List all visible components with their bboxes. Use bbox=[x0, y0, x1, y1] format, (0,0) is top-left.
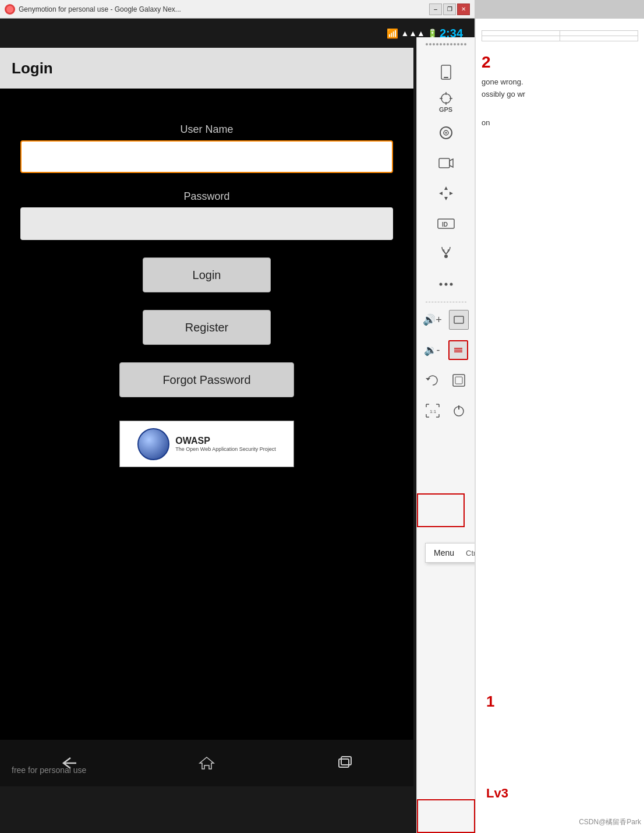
android-nav-bar: free for personal use bbox=[0, 740, 413, 786]
svg-marker-15 bbox=[444, 197, 448, 200]
volume-up-icon[interactable]: 🔊+ bbox=[423, 313, 442, 326]
sidebar-camera-icon[interactable] bbox=[423, 118, 469, 148]
android-status-bar: 📶 ▲▲▲ 🔋 2:34 bbox=[0, 19, 475, 48]
nav-icon[interactable] bbox=[446, 368, 472, 393]
register-button[interactable]: Register bbox=[143, 310, 271, 345]
window-title: Genymotion for personal use - Google Gal… bbox=[19, 5, 181, 13]
volume-down-icon[interactable]: 🔉- bbox=[424, 344, 440, 357]
svg-marker-14 bbox=[444, 186, 448, 190]
svg-point-20 bbox=[444, 255, 448, 258]
owasp-subtext: The Open Web Application Security Projec… bbox=[175, 446, 275, 452]
svg-rect-1 bbox=[341, 757, 351, 765]
password-input[interactable] bbox=[20, 207, 393, 240]
username-label: User Name bbox=[180, 123, 233, 136]
svg-marker-13 bbox=[450, 159, 453, 167]
watermark: CSDN@橘留香Park bbox=[579, 817, 641, 827]
forgot-password-button[interactable]: Forgot Password bbox=[119, 362, 294, 397]
svg-text:1:1: 1:1 bbox=[430, 409, 437, 414]
right-panel-text-1: gone wrong. bbox=[482, 76, 638, 89]
svg-marker-16 bbox=[439, 192, 443, 195]
menu-tooltip-label: Menu bbox=[434, 548, 454, 557]
title-bar: Genymotion for personal use - Google Gal… bbox=[0, 0, 475, 19]
menu-tooltip: Menu Ctrl+M bbox=[425, 543, 475, 563]
login-form: User Name Password Login Register Forgot… bbox=[0, 89, 413, 485]
svg-marker-17 bbox=[450, 192, 453, 195]
annotation-number-3: Lv3 bbox=[486, 786, 508, 801]
free-text: free for personal use bbox=[12, 765, 86, 775]
gps-label-text: GPS bbox=[439, 106, 452, 113]
svg-point-4 bbox=[441, 94, 451, 103]
right-panel-label-1: on bbox=[482, 118, 638, 127]
close-button[interactable]: ✕ bbox=[457, 3, 470, 15]
sidebar-phone-icon[interactable] bbox=[423, 57, 469, 87]
svg-point-11 bbox=[445, 132, 447, 134]
right-panel-number-1: 2 bbox=[482, 53, 638, 72]
password-label: Password bbox=[183, 190, 229, 203]
sidebar-video-icon[interactable] bbox=[423, 148, 469, 178]
scale-power-row: 1:1 bbox=[420, 396, 472, 426]
window-controls: – ❐ ✕ bbox=[429, 3, 470, 15]
screen-btn-1[interactable] bbox=[449, 310, 469, 330]
annotation-number-1: 1 bbox=[486, 693, 494, 711]
emulator-frame: 📶 ▲▲▲ 🔋 2:34 Login User Name Password Lo… bbox=[0, 19, 475, 833]
title-bar-left: Genymotion for personal use - Google Gal… bbox=[5, 4, 181, 15]
svg-text:ID: ID bbox=[442, 221, 448, 228]
right-panel-table bbox=[482, 30, 638, 41]
username-input[interactable] bbox=[20, 140, 393, 173]
power-icon[interactable] bbox=[446, 398, 472, 423]
menu-tooltip-shortcut: Ctrl+M bbox=[466, 549, 475, 557]
owasp-logo: OWASP The Open Web Application Security … bbox=[119, 421, 294, 467]
login-button[interactable]: Login bbox=[143, 257, 271, 292]
svg-rect-24 bbox=[454, 316, 463, 323]
action-bar: Login bbox=[0, 48, 413, 89]
wifi-icon: 📶 bbox=[387, 28, 398, 39]
sidebar-nfc-icon[interactable] bbox=[423, 239, 469, 269]
table-cell-3 bbox=[482, 36, 560, 41]
sidebar-dots-top bbox=[423, 43, 469, 54]
menu-btn[interactable] bbox=[448, 340, 468, 360]
svg-rect-0 bbox=[339, 759, 349, 767]
sidebar-toolbar: GPS ID bbox=[416, 37, 475, 833]
svg-point-23 bbox=[450, 283, 452, 286]
owasp-name: OWASP bbox=[175, 436, 275, 446]
sidebar-gps-icon[interactable]: GPS bbox=[423, 87, 469, 118]
app-icon bbox=[5, 4, 15, 15]
svg-rect-12 bbox=[439, 158, 450, 168]
right-panel: 2 gone wrong. ossibly go wr on bbox=[475, 19, 644, 833]
signal-icon: ▲▲▲ bbox=[401, 29, 425, 38]
battery-icon: 🔋 bbox=[427, 29, 437, 38]
sidebar-divider-1 bbox=[426, 302, 466, 302]
sidebar-dots-icon[interactable] bbox=[423, 269, 469, 299]
volume-down-row: 🔉- bbox=[420, 335, 472, 365]
svg-point-22 bbox=[444, 283, 447, 286]
svg-point-21 bbox=[439, 283, 442, 286]
rotate-nav-row bbox=[420, 365, 472, 396]
table-cell-2 bbox=[560, 31, 638, 36]
recents-nav-icon[interactable] bbox=[327, 746, 362, 781]
svg-rect-3 bbox=[444, 77, 448, 78]
back-nav-icon[interactable] bbox=[51, 746, 86, 781]
svg-rect-29 bbox=[453, 375, 465, 386]
table-cell-4 bbox=[560, 36, 638, 41]
sidebar-dpad-icon[interactable] bbox=[423, 178, 469, 209]
app-area: Login User Name Password Login Register … bbox=[0, 48, 413, 786]
right-panel-text-2: ossibly go wr bbox=[482, 89, 638, 101]
restore-button[interactable]: ❐ bbox=[443, 3, 456, 15]
rotate-icon[interactable] bbox=[420, 368, 445, 393]
owasp-circle-icon bbox=[137, 428, 169, 460]
app-title: Login bbox=[12, 59, 53, 77]
sidebar-id-icon[interactable]: ID bbox=[423, 209, 469, 239]
svg-marker-28 bbox=[426, 378, 430, 380]
home-nav-icon[interactable] bbox=[189, 746, 224, 781]
owasp-text: OWASP The Open Web Application Security … bbox=[175, 436, 275, 452]
volume-up-row: 🔊+ bbox=[420, 305, 472, 335]
table-cell-1 bbox=[482, 31, 560, 36]
minimize-button[interactable]: – bbox=[429, 3, 442, 15]
scale-icon[interactable]: 1:1 bbox=[420, 398, 445, 423]
svg-rect-30 bbox=[455, 377, 462, 384]
